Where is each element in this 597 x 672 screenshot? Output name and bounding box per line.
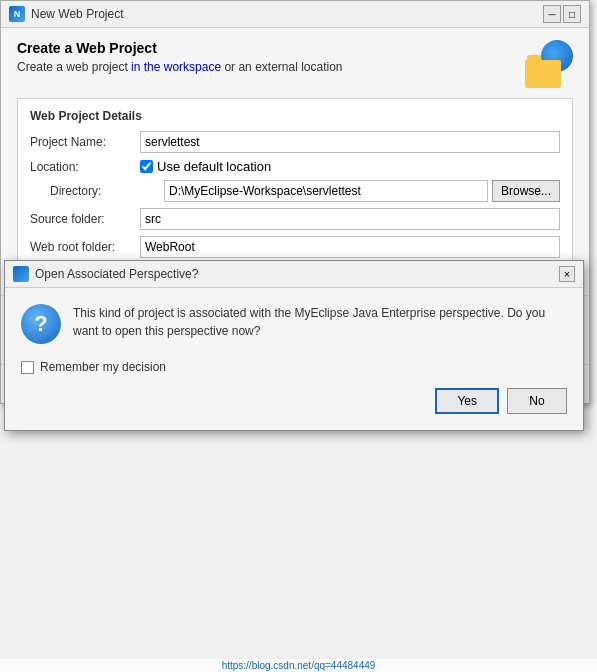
header-section: Create a Web Project Create a web projec… bbox=[17, 40, 573, 88]
header-icon bbox=[525, 40, 573, 88]
section-title: Web Project Details bbox=[30, 109, 560, 123]
web-root-folder-row: Web root folder: bbox=[30, 236, 560, 258]
default-location-label: Use default location bbox=[157, 159, 271, 174]
remember-label: Remember my decision bbox=[40, 360, 166, 374]
dialog-buttons: Yes No bbox=[21, 388, 567, 414]
source-folder-input[interactable] bbox=[140, 208, 560, 230]
default-location-checkbox[interactable] bbox=[140, 160, 153, 173]
project-name-input[interactable] bbox=[140, 131, 560, 153]
remember-checkbox[interactable] bbox=[21, 361, 34, 374]
source-folder-row: Source folder: bbox=[30, 208, 560, 230]
page-title: Create a Web Project bbox=[17, 40, 343, 56]
main-window-title: New Web Project bbox=[31, 7, 537, 21]
app-icon: N bbox=[9, 6, 25, 22]
project-name-value bbox=[140, 131, 560, 153]
question-icon: ? bbox=[21, 304, 61, 344]
source-folder-label: Source folder: bbox=[30, 212, 140, 226]
watermark: https://blog.csdn.net/qq=44484449 bbox=[0, 659, 597, 672]
browse-button[interactable]: Browse... bbox=[492, 180, 560, 202]
remember-row: Remember my decision bbox=[21, 360, 567, 374]
location-label: Location: bbox=[30, 160, 140, 174]
dialog-message-row: ? This kind of project is associated wit… bbox=[21, 304, 567, 344]
no-button[interactable]: No bbox=[507, 388, 567, 414]
web-root-input[interactable] bbox=[140, 236, 560, 258]
minimize-button[interactable]: ─ bbox=[543, 5, 561, 23]
dialog-icon bbox=[13, 266, 29, 282]
location-row: Location: Use default location bbox=[30, 159, 560, 174]
perspective-dialog: Open Associated Perspective? × ? This ki… bbox=[4, 260, 584, 431]
dialog-message: This kind of project is associated with … bbox=[73, 304, 567, 340]
window-controls: ─ □ bbox=[543, 5, 581, 23]
main-titlebar: N New Web Project ─ □ bbox=[1, 1, 589, 28]
main-content: Create a Web Project Create a web projec… bbox=[1, 28, 589, 295]
folder-icon bbox=[525, 60, 561, 88]
directory-row: Directory: Browse... bbox=[30, 180, 560, 202]
page-subtitle: Create a web project in the workspace or… bbox=[17, 60, 343, 74]
directory-label: Directory: bbox=[50, 184, 160, 198]
header-text: Create a Web Project Create a web projec… bbox=[17, 40, 343, 74]
web-root-label: Web root folder: bbox=[30, 240, 140, 254]
source-folder-value bbox=[140, 208, 560, 230]
dialog-title: Open Associated Perspective? bbox=[35, 267, 553, 281]
location-value: Use default location bbox=[140, 159, 560, 174]
dialog-close-button[interactable]: × bbox=[559, 266, 575, 282]
maximize-button[interactable]: □ bbox=[563, 5, 581, 23]
web-project-details-section: Web Project Details Project Name: Locati… bbox=[17, 98, 573, 275]
web-root-value bbox=[140, 236, 560, 258]
dialog-titlebar: Open Associated Perspective? × bbox=[5, 261, 583, 288]
yes-button[interactable]: Yes bbox=[435, 388, 499, 414]
dialog-body: ? This kind of project is associated wit… bbox=[5, 288, 583, 430]
directory-input[interactable] bbox=[164, 180, 488, 202]
project-name-row: Project Name: bbox=[30, 131, 560, 153]
project-name-label: Project Name: bbox=[30, 135, 140, 149]
